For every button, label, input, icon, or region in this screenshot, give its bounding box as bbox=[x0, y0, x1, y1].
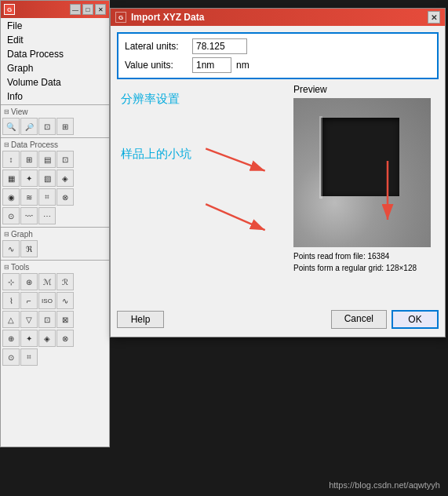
dp-btn-2[interactable]: ⊞ bbox=[20, 151, 38, 168]
dp-btn-1[interactable]: ↕ bbox=[2, 151, 20, 168]
dp-btn-8[interactable]: ◈ bbox=[56, 170, 74, 187]
dialog-title: Import XYZ Data bbox=[131, 12, 204, 23]
tool-btn-7[interactable]: ISO bbox=[38, 292, 56, 309]
annotation-arrows bbox=[117, 84, 287, 302]
tools-row-2: ⌇ ⌐ ISO ∿ bbox=[2, 291, 107, 310]
dp-btn-11[interactable]: ⌗ bbox=[38, 188, 56, 206]
tool-btn-12[interactable]: ⊠ bbox=[56, 311, 74, 328]
zoom-out-button[interactable] bbox=[20, 118, 38, 135]
dialog-close-button[interactable]: ✕ bbox=[428, 11, 440, 24]
tool-btn-4[interactable]: ℛ bbox=[56, 273, 74, 290]
zoom-in-button[interactable] bbox=[2, 118, 20, 135]
view-section-label: ⊟ View bbox=[2, 107, 107, 117]
dp-btn-3[interactable]: ▤ bbox=[38, 151, 56, 168]
preview-label: Preview bbox=[293, 84, 439, 95]
dp-btn-9[interactable]: ◉ bbox=[2, 188, 20, 206]
annotation-area: 分辨率设置 样品上的小坑 bbox=[117, 84, 287, 302]
tools-row-3: △ ▽ ⊡ ⊠ bbox=[2, 310, 107, 329]
help-button[interactable]: Help bbox=[117, 311, 164, 328]
tool-btn-13[interactable]: ⊕ bbox=[2, 330, 20, 347]
units-section: Lateral units: Value units: nm bbox=[117, 32, 439, 79]
menu-edit[interactable]: Edit bbox=[4, 33, 106, 47]
menu-bar: File Edit Data Process Graph Volume Data… bbox=[1, 18, 109, 104]
dp-btn-12[interactable]: ⊗ bbox=[56, 188, 74, 206]
app-icon: G bbox=[4, 4, 15, 15]
zoom-fit-button[interactable]: ⊡ bbox=[38, 118, 56, 135]
preview-highlight bbox=[319, 116, 322, 199]
preview-area: Preview Poi bbox=[293, 84, 439, 302]
watermark: https://blog.csdn.net/aqwtyyh bbox=[329, 480, 440, 490]
data-process-section-label: ⊟ Data Process bbox=[2, 140, 107, 150]
titlebar-controls: — □ ✕ bbox=[70, 4, 106, 15]
points-read-stat: Points read from file: 16384 bbox=[293, 250, 439, 262]
tool-btn-2[interactable]: ⊛ bbox=[20, 273, 38, 290]
dp-btn-15[interactable]: ⋯ bbox=[38, 207, 56, 224]
graph-section-label: ⊟ Graph bbox=[2, 229, 107, 239]
cancel-button[interactable]: Cancel bbox=[331, 310, 387, 329]
content-area: 分辨率设置 样品上的小坑 Preview bbox=[117, 84, 439, 302]
lateral-units-row: Lateral units: bbox=[125, 38, 431, 54]
data-process-row-2: ▦ ✦ ▧ ◈ bbox=[2, 169, 107, 188]
dp-btn-5[interactable]: ▦ bbox=[2, 170, 20, 187]
tools-row-4: ⊕ ✦ ◈ ⊗ bbox=[2, 329, 107, 348]
annotation-pit: 样品上的小坑 bbox=[121, 147, 191, 162]
tool-btn-16[interactable]: ⊗ bbox=[56, 330, 74, 347]
value-units-label: Value units: bbox=[125, 60, 188, 71]
app-window: G — □ ✕ File Edit Data Process Graph Vol… bbox=[0, 0, 110, 447]
dp-btn-14[interactable]: 〰 bbox=[20, 207, 38, 224]
zoom-100-button[interactable]: ⊞ bbox=[56, 118, 74, 135]
points-grid-stat: Points form a regular grid: 128×128 bbox=[293, 262, 439, 274]
annotation-resolution: 分辨率设置 bbox=[121, 92, 180, 107]
dp-btn-7[interactable]: ▧ bbox=[38, 170, 56, 187]
import-xyz-dialog: G Import XYZ Data ✕ Lateral units: Value… bbox=[110, 8, 446, 337]
tools-row-1: ⊹ ⊛ ℳ ℛ bbox=[2, 272, 107, 291]
tool-btn-1[interactable]: ⊹ bbox=[2, 273, 20, 290]
menu-volume-data[interactable]: Volume Data bbox=[4, 75, 106, 89]
tool-btn-9[interactable]: △ bbox=[2, 311, 20, 328]
data-process-row-3: ◉ ≋ ⌗ ⊗ bbox=[2, 188, 107, 206]
value-units-input[interactable] bbox=[192, 57, 231, 73]
view-toolbar-section: ⊟ View ⊡ ⊞ bbox=[1, 104, 109, 137]
tool-btn-11[interactable]: ⊡ bbox=[38, 311, 56, 328]
lateral-units-label: Lateral units: bbox=[125, 41, 188, 52]
tool-btn-6[interactable]: ⌐ bbox=[20, 292, 38, 309]
dialog-buttons: Help Cancel OK bbox=[117, 307, 439, 330]
tool-btn-14[interactable]: ✦ bbox=[20, 330, 38, 347]
minimize-button[interactable]: — bbox=[70, 4, 81, 15]
tool-btn-3[interactable]: ℳ bbox=[38, 273, 56, 290]
close-button[interactable]: ✕ bbox=[95, 4, 106, 15]
graph-btn-2[interactable]: ℜ bbox=[20, 240, 38, 257]
lateral-units-input[interactable] bbox=[192, 38, 247, 54]
tool-btn-15[interactable]: ◈ bbox=[38, 330, 56, 347]
tool-btn-10[interactable]: ▽ bbox=[20, 311, 38, 328]
tool-btn-8[interactable]: ∿ bbox=[56, 292, 74, 309]
action-buttons: Cancel OK bbox=[331, 310, 439, 329]
dp-btn-6[interactable]: ✦ bbox=[20, 170, 38, 187]
maximize-button[interactable]: □ bbox=[82, 4, 93, 15]
menu-file[interactable]: File bbox=[4, 19, 106, 33]
dp-btn-4[interactable]: ⊡ bbox=[56, 151, 74, 168]
data-process-toolbar-section: ⊟ Data Process ↕ ⊞ ▤ ⊡ ▦ ✦ ▧ ◈ ◉ ≋ ⌗ ⊗ ⊙… bbox=[1, 137, 109, 227]
preview-stats: Points read from file: 16384 Points form… bbox=[293, 250, 439, 274]
graph-btn-1[interactable]: ∿ bbox=[2, 240, 20, 257]
data-process-row-4: ⊙ 〰 ⋯ bbox=[2, 206, 107, 225]
tool-btn-18[interactable]: ⌗ bbox=[20, 348, 38, 366]
tool-btn-5[interactable]: ⌇ bbox=[2, 292, 20, 309]
menu-data-process[interactable]: Data Process bbox=[4, 47, 106, 61]
data-process-row-1: ↕ ⊞ ▤ ⊡ bbox=[2, 150, 107, 169]
view-toolbar-row: ⊡ ⊞ bbox=[2, 117, 107, 136]
svg-line-1 bbox=[206, 148, 264, 170]
dp-btn-10[interactable]: ≋ bbox=[20, 188, 38, 206]
preview-pit-square bbox=[321, 118, 399, 196]
graph-toolbar-row: ∿ ℜ bbox=[2, 239, 107, 258]
dialog-icon: G bbox=[115, 12, 126, 23]
tool-btn-17[interactable]: ⊙ bbox=[2, 348, 20, 366]
preview-image bbox=[293, 98, 431, 247]
menu-graph[interactable]: Graph bbox=[4, 61, 106, 75]
dp-btn-13[interactable]: ⊙ bbox=[2, 207, 20, 224]
dialog-body: Lateral units: Value units: nm 分辨率设置 样品上… bbox=[111, 26, 445, 337]
dialog-titlebar: G Import XYZ Data ✕ bbox=[111, 9, 445, 26]
menu-info[interactable]: Info bbox=[4, 89, 106, 104]
ok-button[interactable]: OK bbox=[392, 310, 439, 329]
value-units-row: Value units: nm bbox=[125, 57, 431, 73]
